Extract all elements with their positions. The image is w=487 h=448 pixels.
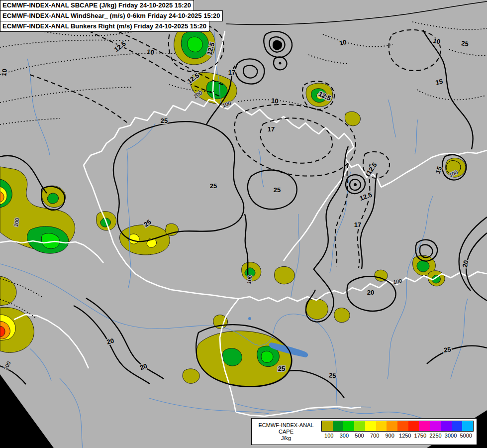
windshear-contour-label: 17 bbox=[354, 221, 361, 228]
colorbar-tick-label: 500 bbox=[352, 433, 367, 439]
colorbar-segment bbox=[441, 421, 452, 431]
colorbar-tick-label: 3000 bbox=[443, 433, 459, 439]
windshear-contour-label: 17 bbox=[268, 125, 275, 133]
windshear-contour-label: 20 bbox=[461, 259, 470, 268]
colorbar-segment bbox=[408, 421, 419, 431]
legend: ECMWF-INDEX-ANAL CAPE J/kg 1003005007009… bbox=[251, 418, 477, 445]
weather-map-page: 12.5101012.512.5171012.51010251525252525… bbox=[0, 0, 487, 448]
windshear-contour-label: 25 bbox=[210, 182, 217, 190]
windshear-contour-label: 17 bbox=[228, 69, 235, 76]
legend-parameter-label: CAPE bbox=[279, 429, 293, 435]
colorbar-tick-label: 1250 bbox=[397, 433, 413, 439]
windshear-contour-label: 10 bbox=[0, 68, 8, 76]
windshear-contour-label: 25 bbox=[329, 371, 337, 379]
legend-units-label: J/kg bbox=[281, 435, 291, 442]
windshear-contour-label: 20 bbox=[367, 289, 374, 296]
windshear-contour-label: 10 bbox=[339, 38, 347, 47]
legend-text-block: ECMWF-INDEX-ANAL CAPE J/kg bbox=[252, 419, 320, 445]
colorbar-tick-label: 900 bbox=[382, 433, 397, 439]
colorbar-segment bbox=[365, 421, 376, 431]
windshear-contour-label: 10 bbox=[146, 48, 154, 56]
windshear-contour-label: 25 bbox=[278, 365, 285, 372]
colorbar-segment bbox=[354, 421, 365, 431]
legend-model-label: ECMWF-INDEX-ANAL bbox=[258, 422, 313, 429]
cape-colorbar bbox=[321, 421, 474, 432]
colorbar-segment bbox=[452, 421, 463, 431]
colorbar-segment bbox=[462, 421, 473, 431]
colorbar-tick-label: 2250 bbox=[428, 433, 443, 439]
colorbar-segment bbox=[430, 421, 441, 431]
cape-colorbar-ticks: 10030050070090012501750225030005000 bbox=[321, 433, 474, 439]
windshear-contour-label: 25 bbox=[443, 345, 451, 354]
colorbar-segment bbox=[322, 421, 333, 431]
colorbar-tick-label: 300 bbox=[337, 433, 352, 439]
colorbar-segment bbox=[387, 421, 397, 431]
weather-map-canvas: 12.5101012.512.5171012.51010251525252525… bbox=[0, 0, 487, 448]
colorbar-segment bbox=[333, 421, 344, 431]
windshear-contour-label: 25 bbox=[461, 39, 469, 48]
colorbar-tick-label: 700 bbox=[367, 433, 383, 439]
title-sbcape: ECMWF-INDEX-ANAL SBCAPE (J/kg) Friday 24… bbox=[0, 0, 194, 11]
colorbar-tick-label: 5000 bbox=[458, 433, 474, 439]
colorbar-segment bbox=[397, 421, 408, 431]
windshear-contour-label: 25 bbox=[161, 117, 168, 124]
colorbar-tick-label: 1750 bbox=[413, 433, 428, 439]
colorbar-tick-label: 100 bbox=[321, 433, 337, 439]
colorbar-segment bbox=[343, 421, 354, 431]
windshear-contour-label: 10 bbox=[432, 37, 441, 46]
windshear-contour-label: 25 bbox=[274, 186, 281, 194]
colorbar-segment bbox=[419, 421, 430, 431]
windshear-contour-label: 10 bbox=[271, 97, 279, 105]
title-bunkers-right: ECMWF-INDEX-ANAL Bunkers Right (m/s) Fri… bbox=[0, 21, 209, 32]
legend-colorbar-block: 10030050070090012501750225030005000 bbox=[320, 419, 477, 445]
colorbar-segment bbox=[376, 421, 387, 431]
title-windshear: ECMWF-INDEX-ANAL WindShear_ (m/s) 0-6km … bbox=[0, 10, 223, 21]
